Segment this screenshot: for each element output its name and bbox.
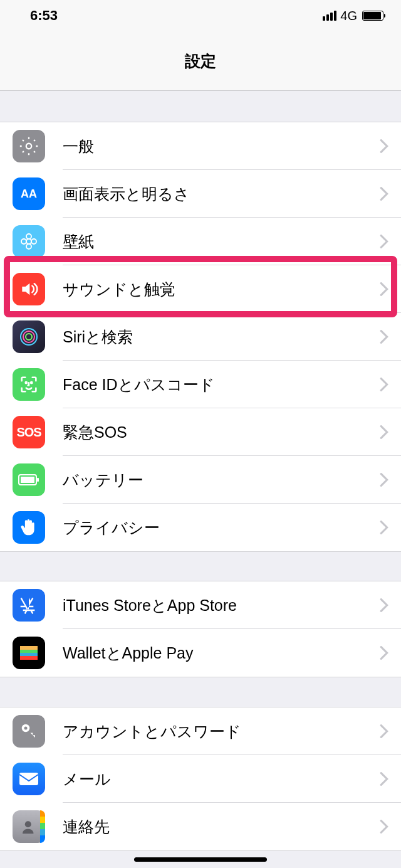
svg-point-9	[26, 382, 27, 383]
svg-point-8	[26, 334, 32, 340]
svg-point-1	[26, 239, 31, 244]
wallet-icon	[13, 637, 45, 669]
status-indicators: 4G	[323, 9, 383, 23]
row-label: プライバシー	[63, 517, 380, 538]
svg-point-2	[26, 234, 31, 239]
row-label: 画面表示と明るさ	[63, 184, 380, 204]
chevron-right-icon	[380, 521, 388, 534]
svg-rect-12	[21, 477, 34, 483]
row-mail[interactable]: メール	[0, 755, 401, 803]
row-siri[interactable]: Siriと検索	[0, 313, 401, 361]
settings-group-3: アカウントとパスワード メール 連絡先	[0, 707, 401, 851]
row-label: Siriと検索	[63, 327, 380, 347]
row-faceid[interactable]: Face IDとパスコード	[0, 361, 401, 408]
sos-icon: SOS	[13, 416, 45, 448]
svg-rect-15	[20, 646, 38, 650]
chevron-right-icon	[380, 820, 388, 834]
text-size-icon: AA	[13, 177, 45, 210]
row-general[interactable]: 一般	[0, 122, 401, 170]
svg-point-5	[31, 239, 36, 244]
settings-group-2: iTunes StoreとApp Store WalletとApple Pay	[0, 581, 401, 677]
row-label: 壁紙	[63, 231, 380, 252]
row-label: 一般	[63, 136, 380, 157]
svg-point-4	[21, 239, 26, 244]
row-contacts[interactable]: 連絡先	[0, 803, 401, 850]
chevron-right-icon	[380, 473, 388, 487]
svg-rect-18	[20, 656, 38, 660]
row-itunes[interactable]: iTunes StoreとApp Store	[0, 581, 401, 629]
row-sounds[interactable]: サウンドと触覚	[0, 265, 401, 313]
chevron-right-icon	[380, 378, 388, 391]
key-icon	[13, 715, 45, 748]
row-wallet[interactable]: WalletとApple Pay	[0, 629, 401, 677]
chevron-right-icon	[380, 187, 388, 201]
row-label: サウンドと触覚	[63, 279, 380, 300]
chevron-right-icon	[380, 330, 388, 344]
row-accounts[interactable]: アカウントとパスワード	[0, 707, 401, 755]
battery-icon	[13, 463, 45, 496]
chevron-right-icon	[380, 646, 388, 660]
svg-point-0	[26, 144, 32, 149]
row-display[interactable]: AA 画面表示と明るさ	[0, 170, 401, 218]
speaker-icon	[13, 273, 45, 305]
chevron-right-icon	[380, 724, 388, 738]
nav-header: 設定	[0, 31, 401, 91]
row-label: iTunes StoreとApp Store	[63, 595, 380, 616]
svg-point-7	[23, 331, 34, 342]
svg-point-3	[26, 244, 31, 249]
row-label: バッテリー	[63, 470, 380, 490]
svg-point-10	[31, 382, 32, 383]
row-label: 連絡先	[63, 817, 380, 837]
contacts-icon	[13, 810, 45, 843]
row-label: WalletとApple Pay	[63, 643, 380, 664]
status-bar: 6:53 4G	[0, 0, 401, 31]
battery-icon	[362, 11, 383, 21]
faceid-icon	[13, 368, 45, 401]
chevron-right-icon	[380, 139, 388, 153]
svg-rect-17	[20, 653, 38, 656]
flower-icon	[13, 225, 45, 258]
chevron-right-icon	[380, 235, 388, 248]
page-title: 設定	[185, 51, 216, 71]
chevron-right-icon	[380, 282, 388, 296]
svg-point-22	[25, 821, 31, 827]
settings-group-1: 一般 AA 画面表示と明るさ 壁紙 サウンドと触覚 Siriと検索	[0, 122, 401, 552]
svg-rect-16	[20, 650, 38, 653]
siri-icon	[13, 320, 45, 353]
row-label: アカウントとパスワード	[63, 721, 380, 742]
home-indicator[interactable]	[134, 857, 267, 862]
gear-icon	[13, 130, 45, 162]
row-label: メール	[63, 769, 380, 790]
appstore-icon	[13, 589, 45, 622]
svg-rect-13	[37, 478, 39, 482]
signal-icon	[323, 11, 336, 21]
row-label: Face IDとパスコード	[63, 374, 380, 395]
network-label: 4G	[340, 9, 357, 23]
row-battery[interactable]: バッテリー	[0, 456, 401, 504]
hand-icon	[13, 511, 45, 544]
svg-point-20	[24, 727, 28, 730]
row-label: 緊急SOS	[63, 422, 380, 443]
svg-rect-21	[19, 773, 38, 785]
status-time: 6:53	[30, 8, 58, 24]
chevron-right-icon	[380, 598, 388, 612]
chevron-right-icon	[380, 425, 388, 439]
chevron-right-icon	[380, 772, 388, 786]
row-wallpaper[interactable]: 壁紙	[0, 218, 401, 265]
row-sos[interactable]: SOS 緊急SOS	[0, 408, 401, 456]
row-privacy[interactable]: プライバシー	[0, 504, 401, 551]
mail-icon	[13, 763, 45, 795]
